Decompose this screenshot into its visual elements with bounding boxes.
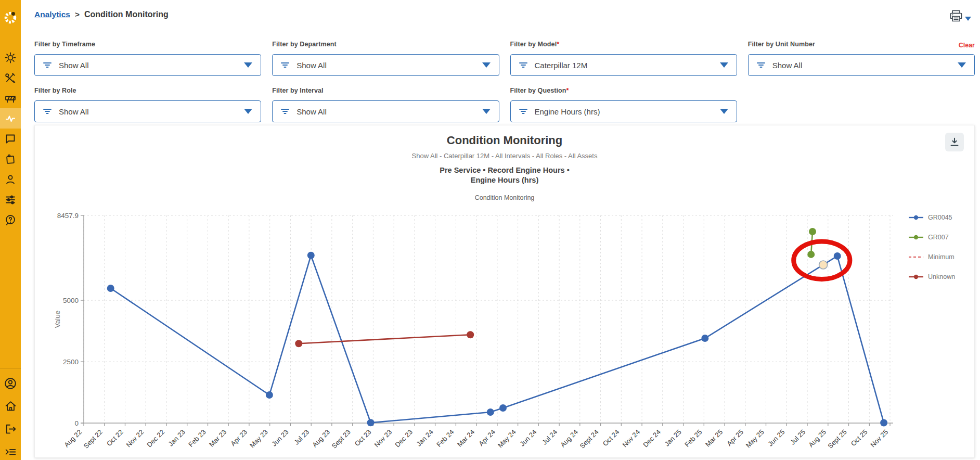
sidebar-item-comments[interactable] (0, 129, 21, 149)
filter-funnel-icon (280, 107, 290, 116)
activity-icon (4, 112, 17, 125)
filter-unit-number: Filter by Unit Number Show All (748, 41, 975, 76)
data-point[interactable] (807, 251, 815, 258)
filter-question-label: Filter by Question* (510, 87, 737, 94)
caret-down-icon (720, 109, 728, 114)
filter-funnel-icon (42, 107, 53, 116)
page-title: Condition Monitoring (84, 10, 169, 19)
chart-title: Condition Monitoring (35, 134, 974, 147)
data-point[interactable] (701, 335, 708, 342)
sidebar-divider (0, 368, 21, 368)
sidebar-item-settings[interactable] (0, 189, 21, 210)
x-tick-label: Sept 24 (578, 428, 600, 450)
x-tick-label: Feb 23 (187, 428, 207, 449)
data-point[interactable] (266, 391, 273, 399)
filter-question-select[interactable]: Engine Hours (hrs) (510, 100, 737, 122)
filter-role-label: Filter by Role (34, 87, 261, 94)
data-point[interactable] (499, 404, 507, 412)
chart-series-caption: Condition Monitoring (35, 194, 974, 201)
required-mark: * (566, 87, 569, 94)
legend-item-minimum[interactable]: Minimum (908, 252, 955, 262)
x-tick-label: Aug 23 (311, 428, 331, 449)
legend-label: GR007 (928, 234, 949, 241)
legend-label: Minimum (928, 253, 955, 261)
sidebar-item-help[interactable] (0, 210, 21, 230)
filter-question: Filter by Question* Engine Hours (hrs) (510, 87, 737, 122)
legend-item-gr007[interactable]: GR007 (908, 232, 955, 242)
x-tick-label: Mar 25 (704, 428, 724, 449)
filter-unit-number-select[interactable]: Show All (748, 54, 975, 76)
highlighted-data-point[interactable] (819, 261, 828, 269)
legend-swatch-icon (908, 273, 924, 280)
filter-department: Filter by Department Show All (272, 41, 499, 76)
filter-funnel-icon (280, 61, 290, 69)
data-point[interactable] (307, 252, 315, 259)
x-tick-label: Jul 25 (789, 428, 807, 446)
x-tick-label: Dec 24 (641, 428, 662, 449)
sidebar-item-equipment[interactable] (0, 47, 21, 68)
chart-header: Condition Monitoring Show All - Caterpil… (35, 134, 974, 201)
x-tick-label: Nov 23 (373, 428, 394, 449)
x-tick-label: May 24 (496, 428, 518, 450)
filter-timeframe-select[interactable]: Show All (34, 54, 261, 76)
data-point[interactable] (834, 252, 841, 260)
x-tick-label: Nov 25 (869, 428, 889, 449)
legend-item-unknown[interactable]: Unknown (908, 272, 955, 282)
gear-icon (4, 52, 17, 64)
x-tick-label: Apr 23 (229, 428, 249, 448)
required-mark: * (557, 41, 559, 48)
y-axis-title: Value (54, 311, 61, 328)
download-icon (949, 136, 960, 148)
x-tick-label: Jun 23 (270, 428, 290, 448)
x-tick-label: Dec 23 (393, 428, 414, 449)
legend-swatch-icon (908, 234, 924, 241)
sidebar-item-notes[interactable] (0, 149, 21, 169)
sidebar-bottom (0, 368, 21, 460)
sidebar-item-logout[interactable] (0, 419, 21, 439)
breadcrumb-analytics-link[interactable]: Analytics (34, 10, 70, 19)
menu-expand-icon (4, 445, 17, 458)
data-point[interactable] (880, 419, 887, 427)
filter-funnel-icon (42, 61, 53, 69)
data-point[interactable] (809, 228, 816, 235)
data-point[interactable] (367, 419, 375, 426)
download-chart-button[interactable] (945, 133, 964, 151)
x-tick-label: Oct 22 (105, 428, 125, 448)
legend-item-gr0045[interactable]: GR0045 (908, 212, 955, 223)
caret-down-icon (244, 62, 252, 68)
filter-department-select[interactable]: Show All (272, 54, 499, 76)
x-tick-label: Oct 25 (849, 428, 869, 448)
x-tick-label: Mar 23 (208, 428, 228, 449)
sidebar-item-home[interactable] (0, 396, 21, 416)
breadcrumb-separator: > (75, 10, 80, 19)
legend-label: Unknown (928, 273, 955, 280)
data-point[interactable] (107, 285, 114, 292)
sidebar-item-condition-monitoring[interactable] (0, 108, 21, 129)
legend-swatch-icon (908, 253, 924, 261)
sidebar-item-expand-menu[interactable] (0, 442, 21, 460)
filter-model-select[interactable]: Caterpillar 12M (510, 54, 737, 76)
annotation-ellipse (794, 241, 850, 279)
caret-down-icon (720, 62, 728, 68)
app-logo-icon[interactable] (0, 7, 21, 28)
filter-model: Filter by Model* Caterpillar 12M (510, 41, 737, 76)
sidebar-item-maintenance[interactable] (0, 68, 21, 88)
data-point[interactable] (487, 408, 494, 416)
filter-interval-select[interactable]: Show All (272, 100, 499, 122)
sidebar-item-account[interactable] (0, 373, 21, 393)
x-tick-label: Aug 25 (807, 428, 828, 449)
filter-timeframe: Filter by Timeframe Show All (34, 41, 261, 76)
sidebar-item-people[interactable] (0, 169, 21, 189)
filter-role-select[interactable]: Show All (34, 100, 261, 122)
legend-label: GR0045 (928, 214, 952, 221)
x-tick-label: May 23 (248, 428, 269, 450)
sidebar-item-worksite[interactable] (0, 88, 21, 108)
person-icon (4, 173, 17, 186)
x-tick-label: Nov 24 (621, 428, 641, 449)
data-point[interactable] (467, 331, 474, 338)
barrier-icon (4, 92, 17, 105)
print-button[interactable] (949, 7, 976, 25)
page: Analytics > Condition Monitoring Clear F… (0, 0, 980, 460)
data-point[interactable] (295, 340, 302, 347)
chart-card: Aug 22Sept 22Oct 22Nov 22Dec 22Jan 23Feb… (34, 125, 975, 458)
